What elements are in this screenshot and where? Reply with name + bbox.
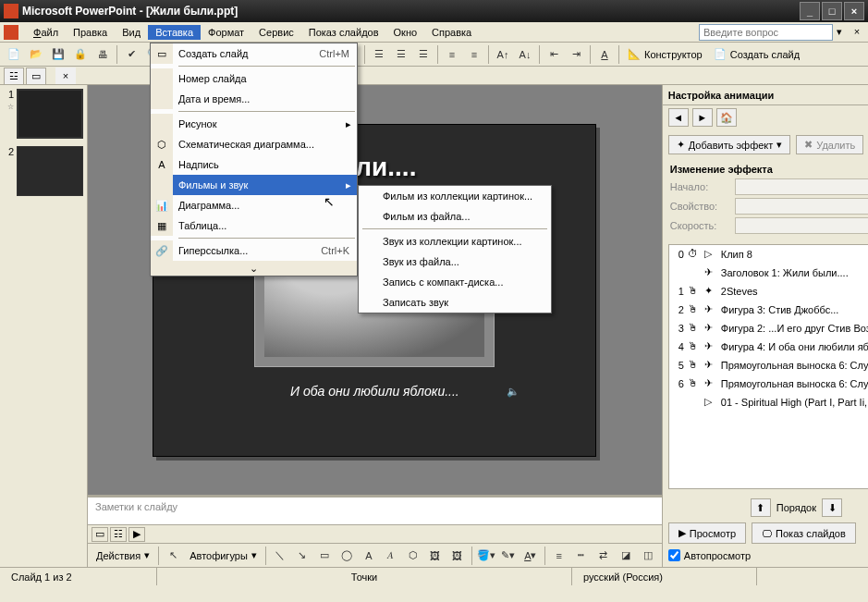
thumbnail-2[interactable]: 2 [4, 146, 83, 196]
menu-window[interactable]: Окно [386, 25, 425, 40]
sorter-view-icon[interactable]: ☷ [110, 527, 127, 542]
nav-forward-icon[interactable]: ► [692, 108, 713, 127]
notes-pane[interactable]: Заметки к слайду [88, 495, 662, 524]
line-style-icon[interactable]: ≡ [549, 546, 569, 566]
speed-select[interactable] [735, 217, 868, 234]
align-center-icon[interactable]: ☰ [391, 44, 411, 65]
font-shrink-icon[interactable]: A↓ [515, 44, 535, 65]
maximize-button[interactable]: □ [822, 2, 842, 20]
diagram-icon[interactable]: ⬡ [403, 546, 423, 566]
menu-file[interactable]: Файл [26, 25, 66, 40]
menu-new-slide[interactable]: ▭Создать слайдCtrl+M [151, 43, 357, 64]
animation-item[interactable]: 2🖱✈Фигура 3: Стив Джоббс... [669, 301, 868, 319]
animation-item[interactable]: ▷01 - Spiritual High (Part I, Part Ii, P… [669, 393, 868, 412]
animation-item[interactable]: 0⏱▷Клип 8 [669, 245, 868, 264]
menu-insert[interactable]: Вставка [148, 25, 201, 40]
autopreview-checkbox[interactable]: Автопросмотр [668, 549, 868, 561]
rectangle-icon[interactable]: ▭ [314, 546, 335, 566]
outdent-icon[interactable]: ⇤ [544, 44, 564, 65]
arrow-style-icon[interactable]: ⇄ [593, 546, 614, 566]
animation-item[interactable]: 6🖱✈Прямоугольная выноска 6: Слушай, Сти.… [669, 375, 868, 393]
print-icon[interactable]: 🖶 [92, 44, 113, 65]
line-icon[interactable]: ＼ [270, 546, 290, 566]
submenu-record-sound[interactable]: Записать звук [359, 292, 551, 313]
bullet-list-icon[interactable]: ≡ [464, 44, 484, 65]
numbered-list-icon[interactable]: ≡ [442, 44, 462, 65]
tab-outline[interactable]: ☳ [4, 68, 24, 84]
delete-effect-button[interactable]: ✖ Удалить [796, 135, 863, 154]
submenu-cd-audio[interactable]: Запись с компакт-диска... [359, 272, 551, 292]
animation-item[interactable]: 3🖱✈Фигура 2: ...И его друг Стив Возняк [669, 319, 868, 338]
menu-chart[interactable]: 📊Диаграмма... [151, 195, 357, 215]
submenu-sound-file[interactable]: Звук из файла... [359, 252, 551, 272]
wordart-icon[interactable]: 𝐴 [381, 546, 401, 566]
open-icon[interactable]: 📂 [26, 44, 46, 65]
animation-item[interactable]: 1🖱✦2Steves [669, 282, 868, 301]
normal-view-icon[interactable]: ▭ [92, 527, 108, 542]
animation-list[interactable]: 0⏱▷Клип 8✈Заголовок 1: Жили были....1🖱✦2… [668, 244, 868, 489]
submenu-movie-file[interactable]: Фильм из файла... [359, 206, 551, 227]
menu-hyperlink[interactable]: 🔗Гиперссылка...Ctrl+K [151, 240, 357, 261]
indent-icon[interactable]: ⇥ [566, 44, 586, 65]
animation-item[interactable]: ✈Заголовок 1: Жили были.... [669, 264, 868, 282]
slideshow-button[interactable]: 🖵 Показ слайдов [752, 522, 856, 544]
submenu-sound-clip[interactable]: Звук из коллекции картинок... [359, 231, 551, 252]
font-color-icon[interactable]: A▾ [520, 546, 541, 566]
close-button[interactable]: × [844, 2, 864, 20]
nav-home-icon[interactable]: 🏠 [716, 108, 737, 127]
line-color-icon[interactable]: ✎▾ [498, 546, 519, 566]
thumbnail-1[interactable]: 1☆ [4, 89, 83, 139]
move-up-icon[interactable]: ⬆ [751, 498, 771, 517]
menu-diagram[interactable]: ⬡Схематическая диаграмма... [151, 134, 357, 154]
arrow-icon[interactable]: ↘ [292, 546, 312, 566]
align-left2-icon[interactable]: ☰ [369, 44, 389, 65]
fill-color-icon[interactable]: 🪣▾ [476, 546, 496, 566]
save-icon[interactable]: 💾 [48, 44, 68, 65]
animation-item[interactable]: 4🖱✈Фигура 4: И оба они любили яблоки.... [669, 338, 868, 356]
slideshow-view-icon[interactable]: ▶ [128, 527, 145, 542]
actions-menu[interactable]: Действия ▾ [92, 546, 154, 566]
font-grow-icon[interactable]: A↑ [493, 44, 513, 65]
textbox-icon[interactable]: A [359, 546, 379, 566]
menu-format[interactable]: Формат [201, 25, 251, 40]
menu-picture[interactable]: Рисунок▸ [151, 114, 357, 134]
menu-tools[interactable]: Сервис [251, 25, 301, 40]
menu-table[interactable]: ▦Таблица... [151, 215, 357, 236]
designer-button[interactable]: 📐 Конструктор [623, 44, 707, 65]
help-search-dropdown-icon[interactable]: ▾ [833, 26, 846, 38]
oval-icon[interactable]: ◯ [336, 546, 357, 566]
submenu-movie-clip[interactable]: Фильм из коллекции картинок... [359, 186, 551, 206]
menu-help[interactable]: Справка [424, 25, 479, 40]
nav-back-icon[interactable]: ◄ [668, 108, 689, 127]
menu-edit[interactable]: Правка [66, 25, 115, 40]
clipart-icon[interactable]: 🖼 [425, 546, 446, 566]
align-right-icon[interactable]: ☰ [413, 44, 434, 65]
font-color-icon[interactable]: A [594, 44, 615, 65]
shadow-style-icon[interactable]: ◪ [616, 546, 636, 566]
preview-button[interactable]: ▶ Просмотр [668, 522, 746, 544]
menu-expand-icon[interactable]: ⌄ [151, 261, 357, 276]
menu-view[interactable]: Вид [115, 25, 148, 40]
menu-movies-sound[interactable]: Фильмы и звук▸ [151, 175, 357, 195]
menu-slide-number[interactable]: Номер слайда [151, 68, 357, 89]
menu-date-time[interactable]: Дата и время... [151, 89, 357, 109]
new-doc-icon[interactable]: 📄 [4, 44, 24, 65]
tab-slides[interactable]: ▭ [26, 68, 46, 84]
3d-style-icon[interactable]: ◫ [638, 546, 658, 566]
menu-slideshow[interactable]: Показ слайдов [301, 25, 386, 40]
dash-style-icon[interactable]: ┅ [571, 546, 592, 566]
animation-item[interactable]: 5🖱✈Прямоугольная выноска 6: Слушай, Сти.… [669, 356, 868, 375]
move-down-icon[interactable]: ⬇ [822, 498, 842, 517]
menu-textbox[interactable]: AНадпись [151, 154, 357, 175]
minimize-button[interactable]: _ [800, 2, 820, 20]
autoshapes-menu[interactable]: Автофигуры ▾ [185, 546, 262, 566]
help-search-input[interactable] [699, 24, 833, 41]
property-select[interactable] [735, 198, 868, 215]
start-select[interactable] [735, 178, 868, 195]
add-effect-button[interactable]: ✦ Добавить эффект ▾ [668, 135, 790, 154]
tab-close-icon[interactable]: × [55, 68, 76, 84]
mdi-close-button[interactable]: × [850, 26, 864, 39]
spellcheck-icon[interactable]: ✔ [121, 44, 141, 65]
new-slide-button[interactable]: 📄 Создать слайд [709, 44, 804, 65]
permissions-icon[interactable]: 🔒 [70, 44, 91, 65]
